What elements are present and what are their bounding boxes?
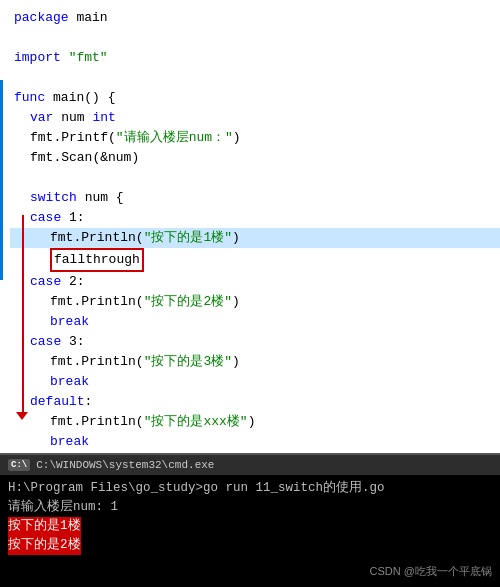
code-line-println1: fmt.Println("按下的是1楼") — [10, 228, 500, 248]
red-arrow-line — [22, 215, 24, 415]
code-editor: package main import "fmt" func main() { … — [0, 0, 500, 455]
terminal-output-1: 按下的是1楼 — [8, 517, 81, 536]
terminal-output-2: 按下的是2楼 — [8, 536, 81, 555]
code-line-case1: case 1: — [10, 208, 500, 228]
terminal-title: C:\WINDOWS\system32\cmd.exe — [36, 459, 214, 471]
terminal-line-input: 请输入楼层num: 1 — [8, 498, 492, 517]
code-line-case3: case 3: — [10, 332, 500, 352]
code-line-println2: fmt.Println("按下的是2楼") — [10, 292, 500, 312]
code-line-blank — [10, 68, 500, 88]
terminal-icon: C:\ — [8, 459, 30, 471]
red-arrow-head — [16, 412, 28, 420]
code-line-import: import "fmt" — [10, 48, 500, 68]
terminal-input-prompt: 请输入楼层num: 1 — [8, 498, 118, 517]
code-line-var: var num int — [10, 108, 500, 128]
watermark: CSDN @吃我一个平底锅 — [370, 562, 492, 581]
code-line: package main — [10, 8, 500, 28]
keyword: package — [14, 8, 69, 28]
terminal-line-cmd: H:\Program Files\go_study>go run 11_swit… — [8, 479, 492, 498]
code-line-fallthrough: fallthrough — [10, 248, 500, 272]
terminal-line-out2: 按下的是2楼 — [8, 536, 492, 555]
terminal: C:\ C:\WINDOWS\system32\cmd.exe H:\Progr… — [0, 455, 500, 587]
code-line-switch: switch num { — [10, 188, 500, 208]
terminal-cmd: H:\Program Files\go_study>go run 11_swit… — [8, 479, 385, 498]
code-line-blank — [10, 168, 500, 188]
code-line-printlnx: fmt.Println("按下的是xxx楼") — [10, 412, 500, 432]
code-content: package main import "fmt" func main() { … — [0, 0, 500, 455]
code-line-break2: break — [10, 312, 500, 332]
terminal-line-out1: 按下的是1楼 — [8, 517, 492, 536]
code-line-func: func main() { — [10, 88, 500, 108]
terminal-titlebar: C:\ C:\WINDOWS\system32\cmd.exe — [0, 455, 500, 475]
fallthrough-keyword: fallthrough — [50, 248, 144, 272]
code-line-blank — [10, 28, 500, 48]
terminal-content[interactable]: H:\Program Files\go_study>go run 11_swit… — [0, 475, 500, 587]
code-line-printf: fmt.Printf("请输入楼层num：") — [10, 128, 500, 148]
code-line-scan: fmt.Scan(&num) — [10, 148, 500, 168]
code-line-default: default: — [10, 392, 500, 412]
code-line-break3: break — [10, 372, 500, 392]
code-line-breakd: break — [10, 432, 500, 452]
code-line-case2: case 2: — [10, 272, 500, 292]
code-line-println3: fmt.Println("按下的是3楼") — [10, 352, 500, 372]
